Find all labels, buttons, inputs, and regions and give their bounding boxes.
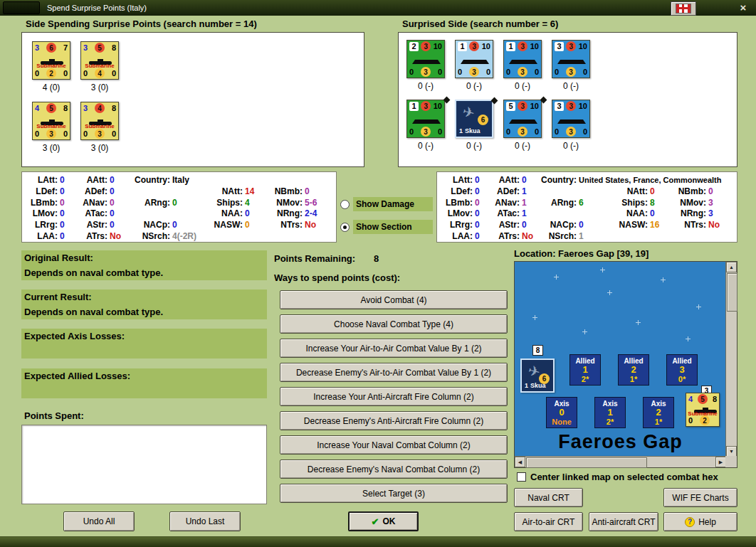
unit-counter[interactable]: 6 1 Skua bbox=[455, 100, 493, 138]
submarine-counter[interactable]: 4 5 8 Submarine 0 3 0 bbox=[32, 102, 70, 140]
ship-silhouette bbox=[509, 59, 537, 64]
unit-counter-cell[interactable]: 1 3 10 0 3 0 0 (-) bbox=[455, 40, 493, 91]
help-button[interactable]: Help bbox=[663, 512, 737, 531]
range-value: 8 bbox=[112, 104, 116, 112]
axis-group-0[interactable]: Axis 0 None bbox=[546, 397, 577, 428]
ok-button[interactable]: OK bbox=[348, 511, 419, 531]
unit-counter[interactable]: 5 3 10 0 3 0 bbox=[503, 100, 542, 138]
unit-counter[interactable]: 1 3 10 0 3 0 bbox=[503, 40, 542, 78]
allied-group-1[interactable]: Allied 1 2* bbox=[569, 354, 601, 386]
scroll-left-icon[interactable] bbox=[515, 457, 525, 467]
anti-aircraft-crt-button[interactable]: Anti-aircraft CRT bbox=[589, 512, 658, 531]
bottom-mid-value: 3 bbox=[46, 129, 56, 139]
unit-counter-cell[interactable]: 1 3 10 0 3 0 0 (-) bbox=[503, 40, 542, 91]
horizontal-scroll-thumb[interactable] bbox=[526, 457, 647, 468]
unit-counter[interactable]: 3 3 10 0 3 0 bbox=[552, 100, 590, 138]
unit-counter-cell[interactable]: 3 5 8 Submarine 0 4 0 3 (0) bbox=[80, 41, 119, 92]
bottom-right-value: 0 bbox=[535, 68, 539, 76]
submarine-counter[interactable]: 3 4 8 Submarine 0 3 0 bbox=[80, 102, 119, 140]
scroll-up-icon[interactable] bbox=[726, 262, 737, 272]
center-map-label[interactable]: Center linked map on selected combat hex bbox=[530, 472, 718, 482]
unit-counter-cell[interactable]: 3 6 7 Submarine 0 2 0 4 (0) bbox=[32, 41, 70, 92]
unit-counter-cell[interactable]: 6 1 Skua 0 (-) bbox=[455, 100, 493, 151]
close-icon[interactable] bbox=[736, 1, 750, 15]
axis-group-1[interactable]: Axis 1 2* bbox=[594, 397, 626, 428]
stat-label: Country: bbox=[130, 175, 172, 185]
spend-option-button[interactable]: Increase Your Naval Combat Column (2) bbox=[280, 435, 508, 455]
map-vertical-scrollbar[interactable] bbox=[725, 262, 737, 457]
stat-label: Ships: bbox=[615, 198, 650, 208]
show-section-radio[interactable] bbox=[340, 223, 350, 232]
unit-counter-cell[interactable]: 2 3 10 0 3 0 0 (-) bbox=[406, 40, 445, 91]
counter-bottom-values: 0 4 0 bbox=[83, 68, 116, 78]
allied-group-3[interactable]: Allied 3 0* bbox=[666, 354, 698, 386]
axis-group-2[interactable]: Axis 2 1* bbox=[643, 397, 674, 428]
ok-label: OK bbox=[382, 516, 395, 526]
unit-counter-cell[interactable]: 4 5 8 Submarine 0 3 0 3 (0) bbox=[32, 102, 70, 153]
stat-row: LDef:0 bbox=[29, 186, 65, 198]
titlebar[interactable]: Spend Surprise Points (Italy) bbox=[0, 0, 756, 16]
flag-button[interactable] bbox=[671, 1, 696, 16]
spend-option-button[interactable]: Decrease Enemy's Anti-Aircraft Fire Colu… bbox=[280, 411, 508, 430]
stat-value: No bbox=[110, 231, 121, 241]
unit-counter-cell[interactable]: 3 3 10 0 3 0 0 (-) bbox=[552, 40, 590, 91]
counter-bottom-values: 0 3 0 bbox=[555, 67, 587, 77]
sea-area[interactable]: 8 6 1 Skua Allied 1 2* Allied 2 1* Alli bbox=[515, 262, 726, 457]
allied-group-2[interactable]: Allied 2 1* bbox=[618, 354, 649, 386]
stat-label: NSrch: bbox=[538, 231, 579, 241]
map-submarine-counter[interactable]: 4 5 8 Submarine 0 2 bbox=[686, 393, 720, 427]
stat-label: LMov: bbox=[444, 208, 475, 218]
group-number: 1 bbox=[570, 365, 600, 375]
stat-value: 0 bbox=[172, 198, 177, 208]
section-diamond-marker bbox=[540, 97, 547, 104]
stats-column: Country:ItalyARng:0NACp:0NSrch:4(-2R) bbox=[130, 175, 196, 243]
unit-counter[interactable]: 2 3 10 0 3 0 bbox=[406, 40, 445, 78]
scroll-down-icon[interactable] bbox=[726, 446, 737, 457]
stat-label: ATac: bbox=[79, 208, 110, 218]
spend-option-button[interactable]: Select Target (3) bbox=[280, 484, 508, 503]
map-air-counter[interactable]: 6 1 Skua bbox=[520, 359, 555, 393]
counter-bottom-values: 0 3 0 bbox=[83, 129, 116, 139]
show-section-label[interactable]: Show Section bbox=[353, 220, 433, 234]
spend-option-button[interactable]: Increase Your Anti-Aircraft Fire Column … bbox=[280, 387, 508, 406]
unit-counter[interactable]: 1 3 10 0 3 0 bbox=[455, 40, 493, 78]
submarine-counter[interactable]: 3 6 7 Submarine 0 2 0 bbox=[32, 41, 70, 80]
spend-option-button[interactable]: Avoid Combat (4) bbox=[280, 290, 508, 309]
points-spent-list[interactable] bbox=[21, 425, 267, 504]
vertical-scroll-thumb[interactable] bbox=[727, 273, 737, 312]
spend-option-button[interactable]: Increase Your Air-to-Air Combat Value By… bbox=[280, 339, 508, 358]
bottom-right-value: 0 bbox=[583, 68, 587, 76]
stat-label: LAA: bbox=[29, 231, 60, 241]
undo-last-button[interactable]: Undo Last bbox=[169, 511, 241, 531]
stats-column: AAtt:0ADef:1ANav:1ATac:1AStr:0ATrs:No bbox=[491, 175, 533, 243]
show-damage-label[interactable]: Show Damage bbox=[353, 197, 433, 211]
center-map-checkbox[interactable] bbox=[517, 472, 526, 482]
air-to-air-crt-button[interactable]: Air-to-air CRT bbox=[514, 512, 583, 531]
unit-counter[interactable]: 1 3 10 0 3 0 bbox=[406, 100, 445, 138]
show-damage-radio[interactable] bbox=[340, 200, 350, 209]
unit-counter[interactable]: 3 3 10 0 3 0 bbox=[552, 40, 590, 78]
sea-marker bbox=[607, 290, 612, 295]
unit-counter-cell[interactable]: 1 3 10 0 3 0 0 (-) bbox=[406, 100, 445, 151]
wif-fe-charts-button[interactable]: WIF FE Charts bbox=[663, 488, 737, 507]
spend-option-button[interactable]: Choose Naval Combat Type (4) bbox=[280, 314, 508, 334]
spend-option-button[interactable]: Decrease Enemy's Air-to-Air Combat Value… bbox=[280, 363, 508, 382]
unit-counter-cell[interactable]: 3 3 10 0 3 0 0 (-) bbox=[552, 100, 590, 151]
undo-all-button[interactable]: Undo All bbox=[63, 511, 135, 531]
unit-counter-cell[interactable]: 5 3 10 0 3 0 0 (-) bbox=[503, 100, 542, 151]
attack-value: 3 bbox=[555, 102, 564, 111]
stat-value: 0 bbox=[475, 175, 480, 185]
spend-option-button[interactable]: Decrease Enemy's Naval Combat Column (2) bbox=[280, 460, 508, 479]
stat-label: LAtt: bbox=[444, 175, 475, 185]
combat-hex-map[interactable]: 8 6 1 Skua Allied 1 2* Allied 2 1* Alli bbox=[514, 261, 737, 468]
stat-row: LMov:0 bbox=[29, 208, 65, 220]
attack-value: 1 bbox=[409, 102, 419, 111]
submarine-counter[interactable]: 3 5 8 Submarine 0 4 0 bbox=[80, 41, 119, 80]
map-horizontal-scrollbar[interactable] bbox=[515, 456, 726, 467]
unit-counter-cell[interactable]: 3 4 8 Submarine 0 3 0 3 (0) bbox=[80, 102, 119, 153]
scroll-right-icon[interactable] bbox=[715, 457, 726, 467]
naval-crt-button[interactable]: Naval CRT bbox=[514, 488, 583, 507]
stat-row bbox=[615, 175, 659, 186]
bottom-right-value: 0 bbox=[438, 127, 442, 136]
counter-top-values: 3 6 7 bbox=[35, 43, 68, 53]
